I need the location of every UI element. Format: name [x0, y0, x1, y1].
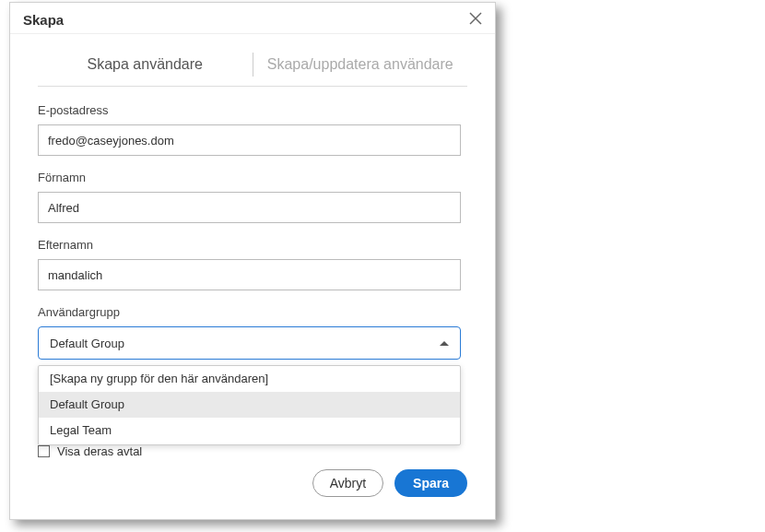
chevron-up-icon [440, 341, 449, 346]
close-icon[interactable] [469, 12, 484, 27]
user-group-label: Användargrupp [38, 305, 467, 319]
email-input[interactable] [38, 124, 461, 156]
dropdown-option-default-group[interactable]: Default Group [39, 392, 460, 418]
dialog-title: Skapa [23, 12, 482, 28]
field-last-name: Efternamn [38, 238, 467, 290]
field-email: E-postadress [38, 103, 467, 156]
tabs: Skapa användare Skapa/uppdatera användar… [38, 43, 467, 87]
dropdown-option-legal-team[interactable]: Legal Team [39, 418, 460, 443]
user-group-dropdown-list: [Skapa ny grupp för den här användaren] … [38, 365, 461, 445]
create-dialog: Skapa Skapa användare Skapa/uppdatera an… [9, 2, 496, 520]
cancel-button[interactable]: Avbryt [312, 469, 383, 497]
last-name-label: Efternamn [38, 238, 467, 252]
form-body: E-postadress Förnamn Efternamn Användarg… [10, 87, 495, 458]
view-agreements-label: Visa deras avtal [57, 444, 142, 458]
last-name-input[interactable] [38, 259, 461, 290]
user-group-select[interactable]: Default Group [38, 326, 461, 360]
tab-create-update-user[interactable]: Skapa/uppdatera användare [253, 43, 468, 86]
view-agreements-checkbox[interactable] [38, 445, 50, 457]
tab-create-user[interactable]: Skapa användare [38, 43, 253, 86]
field-first-name: Förnamn [38, 171, 467, 223]
first-name-label: Förnamn [38, 171, 467, 184]
field-user-group: Användargrupp Default Group [Skapa ny gr… [38, 305, 467, 360]
dialog-header: Skapa [10, 3, 495, 34]
dropdown-option-new-group[interactable]: [Skapa ny grupp för den här användaren] [39, 366, 460, 392]
save-button[interactable]: Spara [394, 469, 467, 497]
user-group-dropdown-wrapper: Default Group [Skapa ny grupp för den hä… [38, 326, 461, 360]
checkbox-row-view-agreements: Visa deras avtal [38, 444, 467, 458]
email-label: E-postadress [38, 103, 467, 117]
user-group-selected-value: Default Group [50, 337, 124, 350]
button-row: Avbryt Spara [10, 458, 495, 512]
first-name-input[interactable] [38, 192, 461, 223]
